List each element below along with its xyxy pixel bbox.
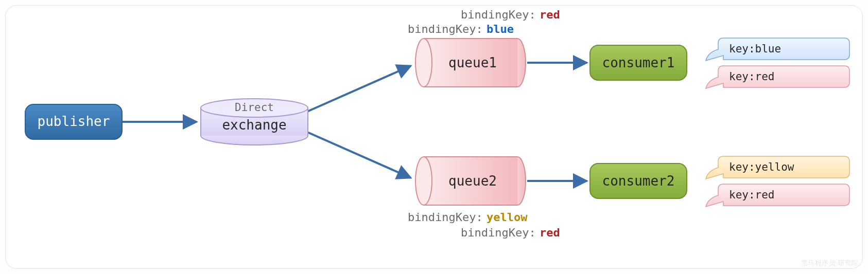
svg-text:key:red: key:red [729, 70, 775, 83]
msg-prefix: key: [729, 161, 755, 173]
binding-value: red [540, 226, 560, 239]
queue2-label: queue2 [448, 173, 497, 189]
binding-key-label: bindingKey: [461, 8, 536, 21]
consumer2-msg-yellow: key:yellow [706, 156, 849, 179]
msg-value: blue [755, 43, 782, 55]
msg-prefix: key: [729, 70, 755, 83]
exchange-type: Direct [235, 101, 274, 114]
svg-point-10 [415, 39, 432, 87]
edge-exchange-queue2 [304, 131, 411, 178]
consumer1-msg-blue: key:blue [706, 38, 849, 61]
svg-text:key:yellow: key:yellow [729, 161, 794, 173]
queue2-binding-yellow: bindingKey: yellow [408, 211, 528, 224]
publisher-node: publisher [25, 104, 122, 139]
msg-prefix: key: [729, 43, 755, 55]
consumer1-node: consumer1 [590, 45, 687, 80]
binding-key-label: bindingKey: [461, 226, 536, 239]
binding-value: blue [487, 23, 514, 35]
binding-value: red [540, 8, 560, 21]
publisher-label: publisher [38, 114, 110, 129]
queue1-label: queue1 [448, 55, 497, 70]
consumer1-label: consumer1 [602, 55, 675, 70]
watermark: 黑马程序员·研究院 [801, 259, 859, 268]
consumer2-label: consumer2 [602, 173, 675, 189]
edge-exchange-queue1 [304, 66, 411, 113]
diagram-svg: publisher Direct exchange queue1 [0, 0, 868, 274]
binding-key-label: bindingKey: [408, 211, 483, 224]
queue1-binding-blue: bindingKey: blue [408, 23, 514, 35]
svg-text:key:red: key:red [729, 189, 775, 201]
binding-key-label: bindingKey: [408, 23, 483, 35]
queue2-node: queue2 [415, 157, 526, 205]
svg-point-15 [415, 157, 432, 205]
queue2-binding-red: bindingKey: red [461, 226, 560, 239]
exchange-label: exchange [222, 117, 286, 133]
consumer2-msg-red: key:red [706, 184, 849, 207]
consumer1-msg-red: key:red [706, 66, 849, 88]
exchange-node: Direct exchange [201, 99, 308, 145]
consumer2-node: consumer2 [590, 163, 687, 198]
queue1-node: queue1 [415, 39, 526, 87]
msg-prefix: key: [729, 189, 755, 201]
binding-value: yellow [487, 211, 528, 224]
msg-value: red [755, 70, 775, 83]
msg-value: yellow [755, 161, 794, 173]
diagram-viewport: publisher Direct exchange queue1 [0, 0, 868, 274]
svg-text:key:blue: key:blue [729, 43, 781, 55]
msg-value: red [755, 189, 775, 201]
queue1-binding-red: bindingKey: red [461, 8, 560, 21]
